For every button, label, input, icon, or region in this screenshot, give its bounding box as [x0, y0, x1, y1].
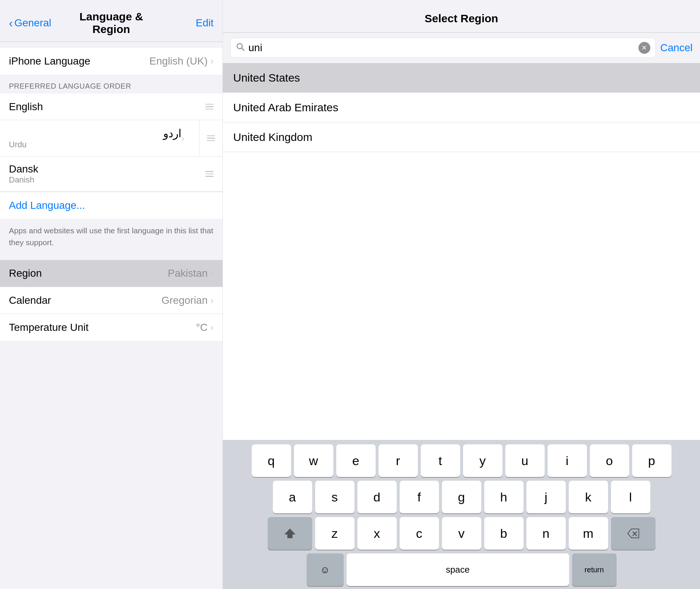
region-row[interactable]: Region Pakistan › [0, 260, 222, 287]
add-language-section: Add Language... [0, 192, 222, 219]
svg-marker-2 [284, 529, 295, 538]
language-note: Apps and websites will use the first lan… [0, 219, 222, 254]
key-d[interactable]: d [357, 481, 397, 513]
drag-line-2 [205, 106, 214, 107]
emoji-key[interactable]: ☺ [307, 553, 344, 586]
return-key[interactable]: return [572, 553, 617, 586]
key-y[interactable]: y [463, 444, 502, 477]
result-name-uae: United Arab Emirates [233, 101, 338, 114]
keyboard: q w e r t y u i o p a s d f g h j k l [223, 440, 700, 589]
keyboard-row-2: a s d f g h j k l [226, 481, 697, 513]
calendar-chevron-icon: › [211, 295, 214, 306]
temperature-row[interactable]: Temperature Unit °C › [0, 314, 222, 341]
iphone-language-section: iPhone Language English (UK) › [0, 48, 222, 75]
dansk-sub: Danish [9, 175, 205, 185]
region-results-list: United States United Arab Emirates Unite… [223, 63, 700, 440]
key-o[interactable]: o [590, 444, 629, 477]
temperature-value: °C [196, 322, 208, 333]
cancel-button[interactable]: Cancel [660, 42, 693, 54]
region-label: Region [9, 267, 168, 279]
result-item-uk[interactable]: United Kingdom [223, 122, 700, 152]
clear-icon: ✕ [641, 45, 647, 51]
drag-line-u3 [207, 140, 215, 141]
nav-bar: ‹ General Language & Region Edit [0, 0, 222, 42]
key-v[interactable]: v [442, 517, 481, 550]
key-t[interactable]: t [421, 444, 460, 477]
right-panel: Select Region ✕ Cancel United States Uni… [222, 0, 700, 589]
key-b[interactable]: b [484, 517, 524, 550]
key-s[interactable]: s [315, 481, 354, 513]
result-name-uk: United Kingdom [233, 131, 312, 144]
key-z[interactable]: z [315, 517, 354, 550]
key-e[interactable]: e [336, 444, 376, 477]
add-language-button[interactable]: Add Language... [9, 200, 85, 211]
bottom-settings-section: Region Pakistan › Calendar Gregorian › T… [0, 260, 222, 341]
back-label: General [14, 17, 52, 29]
dansk-text: Dansk Danish [9, 163, 205, 185]
iphone-language-row[interactable]: iPhone Language English (UK) › [0, 48, 222, 75]
iphone-language-label: iPhone Language [9, 55, 149, 67]
key-r[interactable]: r [379, 444, 418, 477]
region-chevron-icon: › [211, 268, 214, 279]
drag-handle-dansk[interactable] [205, 171, 214, 177]
space-key[interactable]: space [347, 553, 569, 586]
drag-line-u2 [207, 138, 215, 139]
english-language-name: English [9, 101, 205, 113]
drag-line-d3 [205, 176, 214, 177]
search-bar[interactable]: ✕ [230, 38, 656, 58]
drag-lines-urdu [207, 135, 215, 141]
dansk-language-row[interactable]: Dansk Danish [0, 157, 222, 192]
urdu-text: اردو Urdu [9, 127, 181, 149]
english-language-row[interactable]: English [0, 93, 222, 120]
drag-line-d1 [205, 171, 214, 172]
iphone-language-chevron-icon: › [211, 56, 214, 66]
keyboard-row-bottom: ☺ space return [226, 553, 697, 586]
region-value: Pakistan [168, 267, 208, 279]
key-k[interactable]: k [569, 481, 608, 513]
drag-line-1 [205, 104, 214, 105]
key-l[interactable]: l [611, 481, 650, 513]
key-n[interactable]: n [526, 517, 566, 550]
back-button[interactable]: ‹ General [9, 16, 60, 30]
key-u[interactable]: u [505, 444, 545, 477]
key-j[interactable]: j [526, 481, 566, 513]
select-region-title: Select Region [425, 12, 498, 25]
drag-line-3 [205, 109, 214, 110]
urdu-chevron-icon: › [181, 133, 184, 144]
key-m[interactable]: m [569, 517, 608, 550]
section-header-preferred: PREFERRED LANGUAGE ORDER [0, 75, 222, 93]
keyboard-row-3: z x c v b n m [226, 517, 697, 550]
key-i[interactable]: i [548, 444, 587, 477]
result-item-united-states[interactable]: United States [223, 63, 700, 93]
key-g[interactable]: g [442, 481, 481, 513]
result-item-uae[interactable]: United Arab Emirates [223, 93, 700, 122]
urdu-script-text: اردو [9, 127, 181, 140]
key-q[interactable]: q [252, 444, 291, 477]
key-p[interactable]: p [632, 444, 671, 477]
svg-line-1 [242, 48, 244, 51]
edit-button[interactable]: Edit [162, 17, 214, 29]
page-title: Language & Region [60, 10, 162, 36]
backspace-key[interactable] [611, 517, 656, 550]
key-h[interactable]: h [484, 481, 524, 513]
key-a[interactable]: a [273, 481, 312, 513]
drag-handle-urdu[interactable] [199, 129, 222, 148]
key-f[interactable]: f [400, 481, 439, 513]
calendar-row[interactable]: Calendar Gregorian › [0, 287, 222, 314]
shift-key[interactable] [268, 517, 312, 550]
left-panel: ‹ General Language & Region Edit iPhone … [0, 0, 222, 589]
key-w[interactable]: w [294, 444, 333, 477]
key-x[interactable]: x [357, 517, 397, 550]
result-name-united-states: United States [233, 72, 300, 84]
search-clear-button[interactable]: ✕ [638, 42, 650, 54]
calendar-value: Gregorian [161, 294, 208, 306]
back-chevron-icon: ‹ [9, 16, 13, 30]
calendar-label: Calendar [9, 294, 161, 306]
urdu-language-row[interactable]: اردو Urdu › [0, 120, 222, 157]
drag-handle-english[interactable] [205, 104, 214, 110]
select-region-nav: Select Region [223, 0, 700, 33]
dansk-name: Dansk [9, 163, 205, 175]
key-c[interactable]: c [400, 517, 439, 550]
urdu-main-section[interactable]: اردو Urdu › [0, 120, 199, 156]
search-input[interactable] [248, 42, 635, 54]
